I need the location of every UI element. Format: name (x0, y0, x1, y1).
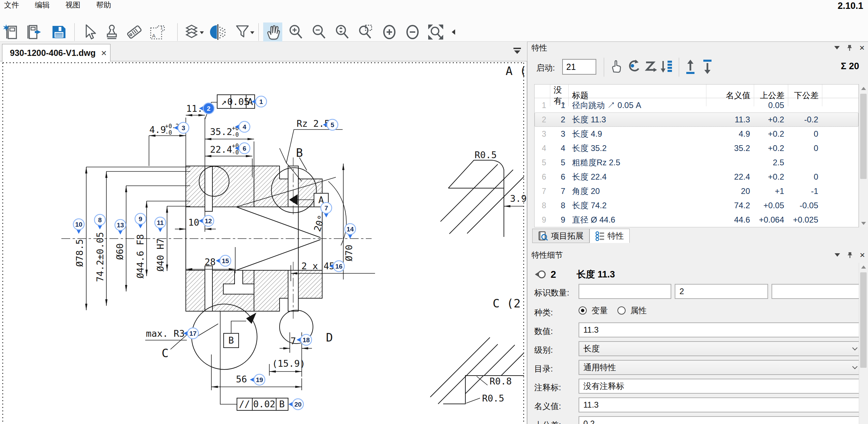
svg-text:1: 1 (259, 98, 263, 105)
balloon-region-icon[interactable]: 1A (148, 22, 167, 42)
document-tabbar: 930-1200-406-V1.dwg × (0, 42, 527, 61)
scrollbar-thumb[interactable] (860, 94, 867, 179)
balloon-14[interactable]: 14 (345, 224, 356, 239)
menu-help[interactable]: 帮助 (96, 0, 111, 10)
balloon-17[interactable]: 17 (183, 328, 198, 339)
balloon-20[interactable]: 20 (288, 399, 303, 410)
radio-attribute[interactable] (617, 306, 626, 315)
dim-dia78-5: Ø78.5 (74, 239, 85, 267)
zoom-fit-icon[interactable] (426, 22, 445, 42)
svg-text:10: 10 (75, 221, 82, 228)
table-row[interactable]: 55粗糙度Rz 2.52.5 (535, 155, 858, 170)
balloon-15[interactable]: 15 (216, 255, 231, 266)
move-top-icon[interactable] (684, 58, 700, 76)
properties-panel-title: 特性 (529, 43, 547, 53)
filter-icon[interactable] (234, 22, 255, 42)
svg-text:12: 12 (205, 217, 212, 225)
zoom-window-icon[interactable] (356, 22, 375, 42)
zoom-selection-icon[interactable] (333, 22, 352, 42)
table-scrollbar[interactable] (859, 84, 868, 227)
chevron-down-icon (852, 364, 858, 369)
table-row[interactable]: 77角度 2020+1-1 (535, 184, 858, 198)
panel-close-icon[interactable]: × (859, 43, 865, 52)
dim-rz-2-5: Rz 2.5 (297, 118, 330, 129)
upper-tol-input[interactable]: 0.2 (579, 416, 863, 424)
document-area: 930-1200-406-V1.dwg × (0, 42, 527, 424)
save-icon[interactable] (49, 22, 68, 42)
scroll-down-icon[interactable] (861, 222, 866, 225)
toolbar-collapse-icon[interactable] (449, 22, 458, 42)
panel-close-icon[interactable]: × (860, 251, 865, 259)
svg-text:19: 19 (256, 376, 263, 383)
radio-variable[interactable] (579, 306, 587, 315)
tab-list-icon[interactable] (512, 46, 522, 55)
tag-icon[interactable] (125, 22, 144, 42)
class-dropdown[interactable]: 长度 (579, 341, 863, 356)
table-row[interactable]: 99直径 Ø 44.644.6+0.064+0.025 (535, 213, 858, 227)
new-document-icon[interactable] (2, 22, 21, 42)
rotate-icon[interactable] (626, 58, 642, 76)
note-input[interactable]: 没有注释标 (579, 379, 863, 394)
value-input[interactable]: 11.3 (579, 322, 863, 337)
menu-file[interactable]: 文件 (4, 0, 19, 10)
pin-icon[interactable] (847, 44, 853, 51)
table-row[interactable]: 44长度 35.235.2+0.20 (535, 141, 858, 155)
pin-icon[interactable] (847, 252, 853, 258)
catalog-dropdown[interactable]: 通用特性 (579, 360, 863, 375)
drawing-canvas[interactable]: 11.3 4.9 +0.2 -0 35.2 +0.2 -0 Rz 2.5 22.… (0, 61, 527, 424)
id-count-input-2[interactable]: 2 (675, 284, 768, 299)
scroll-up-icon[interactable] (861, 266, 866, 269)
menu-view[interactable]: 视图 (65, 0, 80, 10)
note-label: 注释标: (534, 382, 561, 393)
balloon-13[interactable]: 13 (115, 219, 126, 234)
tab-characteristics[interactable]: 特性 (589, 229, 630, 243)
catalog-label: 目录: (534, 363, 553, 374)
tab-project-expand[interactable]: 项目拓展 (532, 229, 589, 243)
panel-tabs: 项目拓展 特性 (532, 229, 630, 243)
decrease-icon[interactable] (403, 22, 422, 42)
balloon-10[interactable]: 10 (73, 219, 84, 234)
mirror-compare-icon[interactable] (209, 22, 228, 42)
svg-text:6: 6 (243, 145, 246, 152)
zoom-in-icon[interactable] (286, 22, 305, 42)
table-row[interactable]: 33长度 4.94.9+0.20 (535, 127, 858, 141)
radio-attribute-label: 属性 (630, 305, 647, 316)
application-window: 文件 编辑 视图 帮助 2.10.1 1A (0, 0, 868, 424)
radius-0-5-top: R0.5 (475, 150, 497, 160)
balloon-8[interactable]: 8 (94, 214, 105, 229)
zoom-out-icon[interactable] (310, 22, 329, 42)
z-order-icon[interactable] (643, 58, 659, 76)
pick-pointer-icon[interactable] (609, 58, 625, 76)
tab-close-icon[interactable]: × (101, 48, 107, 58)
scrollbar-thumb[interactable] (860, 272, 867, 368)
toolbar-separator (258, 23, 259, 41)
start-input[interactable] (562, 59, 596, 75)
balloon-11[interactable]: 11 (155, 217, 166, 232)
layers-icon[interactable] (183, 22, 205, 42)
sort-list-icon[interactable] (659, 58, 675, 76)
increase-icon[interactable] (380, 22, 399, 42)
menu-edit[interactable]: 编辑 (35, 0, 50, 10)
document-tab[interactable]: 930-1200-406-V1.dwg × (2, 44, 110, 62)
dimension-texts: 11.3 4.9 +0.2 -0 35.2 +0.2 -0 Rz 2.5 22.… (74, 103, 354, 384)
pan-hand-icon[interactable] (263, 22, 282, 42)
id-count-input-3[interactable] (772, 284, 863, 299)
table-row[interactable]: 88长度 74.274.2+0.05-0.05 (535, 198, 858, 213)
panel-menu-icon[interactable] (835, 253, 840, 257)
nominal-input[interactable]: 11.3 (579, 397, 863, 412)
stamp-icon[interactable] (102, 22, 121, 42)
dim-3-9: 3.9 (510, 193, 527, 204)
table-row[interactable]: 66长度 22.422.4+0.20 (535, 170, 858, 184)
id-count-input-1[interactable] (579, 284, 671, 299)
balloon-12[interactable]: 12 (199, 215, 214, 226)
select-cursor-icon[interactable] (80, 22, 99, 42)
panel-menu-icon[interactable] (834, 46, 840, 49)
open-document-icon[interactable] (25, 22, 44, 42)
details-scrollbar[interactable] (859, 263, 868, 424)
scroll-up-icon[interactable] (861, 87, 866, 90)
move-bottom-icon[interactable] (701, 58, 717, 76)
table-row-selected[interactable]: 22长度 11.311.3+0.2-0.2 (535, 112, 858, 127)
balloon-19[interactable]: 19 (250, 374, 265, 385)
details-panel-title: 特性细节 (529, 250, 563, 260)
balloon-9[interactable]: 9 (135, 213, 146, 228)
